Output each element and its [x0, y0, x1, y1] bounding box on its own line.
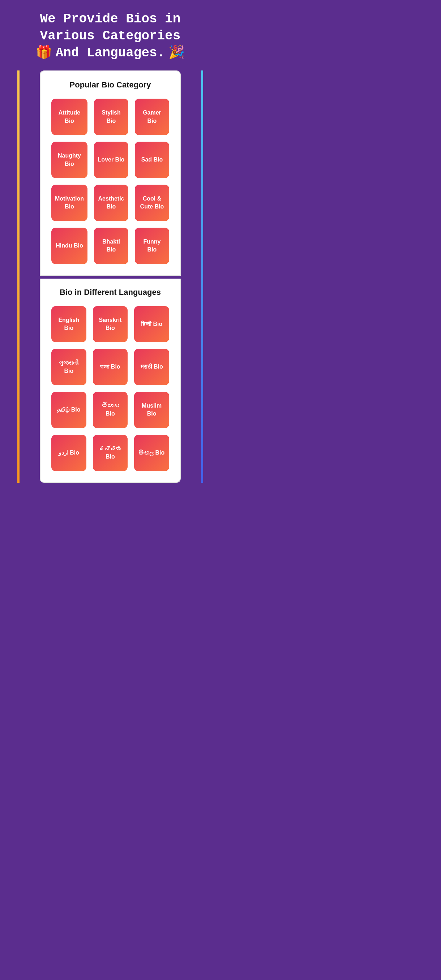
lover-bio-btn[interactable]: Lover Bio — [94, 142, 128, 178]
sinhala-bio-btn[interactable]: සිංහල Bio — [134, 435, 169, 471]
popular-category-card: Popular Bio Category Attitude Bio Stylis… — [40, 70, 181, 275]
gujarati-bio-btn[interactable]: ગુજરાતી Bio — [51, 349, 86, 385]
stylish-bio-btn[interactable]: Stylish Bio — [94, 99, 128, 135]
naughty-bio-btn[interactable]: Naughty Bio — [51, 142, 88, 178]
funny-bio-btn[interactable]: Funny Bio — [135, 228, 169, 264]
cool-cute-bio-btn[interactable]: Cool & Cute Bio — [135, 185, 169, 221]
urdu-bio-btn[interactable]: اردو Bio — [51, 435, 86, 471]
telugu-bio-btn[interactable]: తెలుగు Bio — [93, 392, 128, 428]
sanskrit-bio-btn[interactable]: Sanskrit Bio — [93, 306, 128, 342]
bhakti-bio-btn[interactable]: Bhakti Bio — [94, 228, 128, 264]
kannada-bio-btn[interactable]: ಕನ್ನಡ Bio — [93, 435, 128, 471]
languages-card: Bio in Different Languages English Bio S… — [40, 278, 181, 483]
languages-grid: English Bio Sanskrit Bio हिन्दी Bio ગુજર… — [48, 306, 173, 471]
popular-section-title: Popular Bio Category — [48, 80, 173, 90]
tamil-bio-btn[interactable]: தமிழ் Bio — [51, 392, 86, 428]
motivation-bio-btn[interactable]: Motivation Bio — [51, 185, 88, 221]
marathi-bio-btn[interactable]: मराठी Bio — [134, 349, 169, 385]
aesthetic-bio-btn[interactable]: Aesthetic Bio — [94, 185, 128, 221]
attitude-bio-btn[interactable]: Attitude Bio — [51, 99, 88, 135]
hindu-bio-btn[interactable]: Hindu Bio — [51, 228, 88, 264]
english-bio-btn[interactable]: English Bio — [51, 306, 86, 342]
popular-grid: Attitude Bio Stylish Bio Gamer Bio Naugh… — [48, 99, 173, 264]
sad-bio-btn[interactable]: Sad Bio — [135, 142, 169, 178]
section-divider — [20, 276, 201, 278]
languages-section-title: Bio in Different Languages — [48, 288, 173, 297]
party-emoji-right: 🎉 — [169, 45, 185, 62]
gift-emoji-left: 🎁 — [36, 45, 52, 62]
muslim-bio-btn[interactable]: Muslim Bio — [134, 392, 169, 428]
bangla-bio-btn[interactable]: বাংলা Bio — [93, 349, 128, 385]
gamer-bio-btn[interactable]: Gamer Bio — [135, 99, 169, 135]
hindi-bio-btn[interactable]: हिन्दी Bio — [134, 306, 169, 342]
header-title: We Provide Bios in Various Categories 🎁 … — [7, 11, 213, 61]
